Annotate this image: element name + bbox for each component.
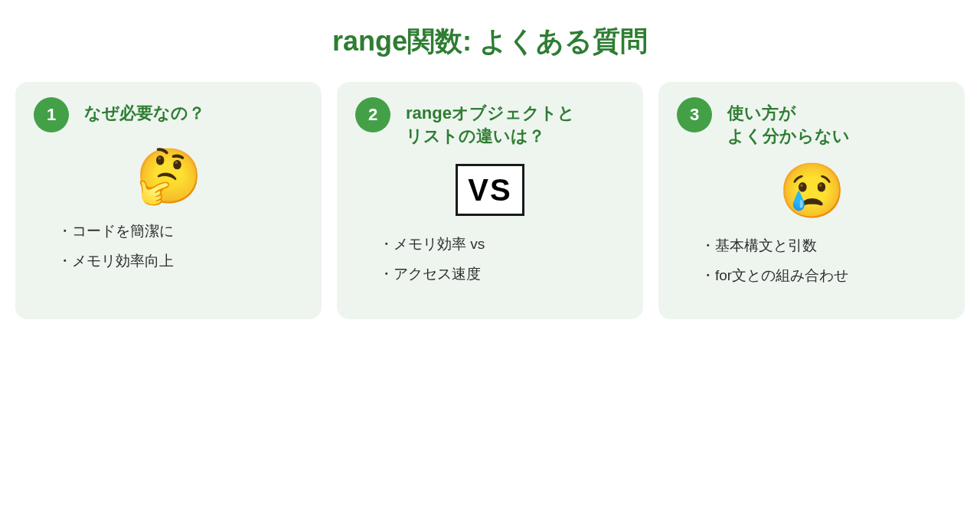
cards-row: 1 なぜ必要なの？ 🤔 コードを簡潔に メモリ効率向上 2 rangeオブジェク… bbox=[15, 82, 965, 319]
card-2: 2 rangeオブジェクトと リストの違いは？ VS メモリ効率 vs アクセス… bbox=[337, 82, 643, 319]
card-1-bullets: コードを簡潔に メモリ効率向上 bbox=[34, 221, 303, 280]
card-2-bullets: メモリ効率 vs アクセス速度 bbox=[355, 234, 625, 293]
card-2-bullet-1: メモリ効率 vs bbox=[394, 234, 625, 255]
card-3-bullets: 基本構文と引数 for文との組み合わせ bbox=[677, 236, 946, 295]
card-3-bullet-2: for文との組み合わせ bbox=[715, 266, 946, 286]
page-title: range関数: よくある質問 bbox=[15, 23, 965, 60]
card-3-bullet-1: 基本構文と引数 bbox=[715, 236, 946, 256]
thinking-face-icon: 🤔 bbox=[34, 149, 303, 203]
card-2-title: rangeオブジェクトと リストの違いは？ bbox=[406, 97, 575, 147]
card-1-title: なぜ必要なの？ bbox=[84, 97, 205, 125]
card-3-header: 3 使い方が よく分からない bbox=[677, 97, 946, 147]
card-1-badge: 1 bbox=[34, 97, 69, 132]
card-2-header: 2 rangeオブジェクトと リストの違いは？ bbox=[355, 97, 625, 147]
card-1-header: 1 なぜ必要なの？ bbox=[34, 97, 303, 132]
vs-icon: VS bbox=[456, 164, 524, 216]
crying-face-icon: 😢 bbox=[677, 164, 946, 217]
card-2-bullet-2: アクセス速度 bbox=[394, 264, 625, 285]
card-1-bullet-1: コードを簡潔に bbox=[72, 221, 303, 242]
card-3: 3 使い方が よく分からない 😢 基本構文と引数 for文との組み合わせ bbox=[658, 82, 965, 319]
card-1: 1 なぜ必要なの？ 🤔 コードを簡潔に メモリ効率向上 bbox=[15, 82, 322, 319]
card-2-badge: 2 bbox=[355, 97, 390, 132]
card-1-bullet-2: メモリ効率向上 bbox=[72, 251, 303, 272]
card-3-title: 使い方が よく分からない bbox=[727, 97, 850, 147]
card-3-badge: 3 bbox=[677, 97, 712, 132]
